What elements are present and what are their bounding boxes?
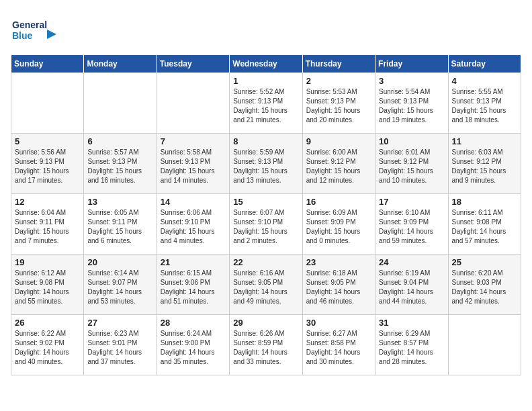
day-number: 7	[161, 136, 226, 146]
calendar-header-row: SundayMondayTuesdayWednesdayThursdayFrid…	[11, 55, 521, 73]
calendar-cell: 7Sunrise: 5:58 AM Sunset: 9:13 PM Daylig…	[157, 134, 229, 194]
calendar-cell: 14Sunrise: 6:06 AM Sunset: 9:10 PM Dayli…	[157, 194, 229, 255]
calendar-cell: 22Sunrise: 6:16 AM Sunset: 9:05 PM Dayli…	[230, 255, 302, 315]
week-row-3: 19Sunrise: 6:12 AM Sunset: 9:08 PM Dayli…	[11, 255, 521, 315]
header-monday: Monday	[84, 55, 157, 73]
day-info: Sunrise: 6:16 AM Sunset: 9:05 PM Dayligh…	[233, 269, 298, 306]
day-info: Sunrise: 6:15 AM Sunset: 9:06 PM Dayligh…	[161, 269, 226, 306]
day-number: 13	[87, 197, 152, 207]
day-info: Sunrise: 6:22 AM Sunset: 9:02 PM Dayligh…	[15, 329, 80, 367]
calendar-cell: 19Sunrise: 6:12 AM Sunset: 9:08 PM Dayli…	[11, 255, 84, 315]
day-info: Sunrise: 6:00 AM Sunset: 9:12 PM Dayligh…	[306, 148, 371, 185]
calendar-cell: 16Sunrise: 6:09 AM Sunset: 9:09 PM Dayli…	[302, 194, 375, 255]
day-info: Sunrise: 6:10 AM Sunset: 9:09 PM Dayligh…	[379, 208, 444, 246]
day-info: Sunrise: 5:56 AM Sunset: 9:13 PM Dayligh…	[15, 148, 80, 185]
day-number: 21	[161, 257, 226, 267]
day-info: Sunrise: 6:05 AM Sunset: 9:11 PM Dayligh…	[87, 208, 152, 246]
day-info: Sunrise: 5:57 AM Sunset: 9:13 PM Dayligh…	[87, 148, 152, 185]
calendar-cell: 10Sunrise: 6:01 AM Sunset: 9:12 PM Dayli…	[375, 134, 448, 194]
day-number: 12	[15, 197, 80, 207]
day-number: 22	[233, 257, 298, 267]
day-info: Sunrise: 6:26 AM Sunset: 8:59 PM Dayligh…	[233, 329, 298, 367]
day-number: 9	[306, 136, 371, 146]
calendar-cell: 8Sunrise: 5:59 AM Sunset: 9:13 PM Daylig…	[230, 134, 302, 194]
calendar-cell: 28Sunrise: 6:24 AM Sunset: 9:00 PM Dayli…	[157, 315, 229, 375]
calendar-cell: 24Sunrise: 6:19 AM Sunset: 9:04 PM Dayli…	[375, 255, 448, 315]
calendar-cell: 18Sunrise: 6:11 AM Sunset: 9:08 PM Dayli…	[448, 194, 521, 255]
calendar-cell: 27Sunrise: 6:23 AM Sunset: 9:01 PM Dayli…	[84, 315, 157, 375]
day-number: 20	[87, 257, 152, 267]
calendar-cell: 2Sunrise: 5:53 AM Sunset: 9:13 PM Daylig…	[302, 73, 375, 134]
day-number: 6	[87, 136, 152, 146]
header-tuesday: Tuesday	[157, 55, 229, 73]
svg-text:General: General	[12, 19, 47, 30]
calendar-cell: 29Sunrise: 6:26 AM Sunset: 8:59 PM Dayli…	[230, 315, 302, 375]
day-info: Sunrise: 6:14 AM Sunset: 9:07 PM Dayligh…	[87, 269, 152, 306]
day-info: Sunrise: 5:59 AM Sunset: 9:13 PM Dayligh…	[233, 148, 298, 185]
day-number: 25	[452, 257, 517, 267]
day-number: 11	[452, 136, 517, 146]
calendar-cell: 1Sunrise: 5:52 AM Sunset: 9:13 PM Daylig…	[230, 73, 302, 134]
day-info: Sunrise: 6:29 AM Sunset: 8:57 PM Dayligh…	[379, 329, 444, 367]
day-info: Sunrise: 6:01 AM Sunset: 9:12 PM Dayligh…	[379, 148, 444, 185]
calendar-cell: 20Sunrise: 6:14 AM Sunset: 9:07 PM Dayli…	[84, 255, 157, 315]
day-number: 15	[233, 197, 298, 207]
day-number: 2	[306, 76, 371, 86]
calendar-cell	[448, 315, 521, 375]
day-number: 19	[15, 257, 80, 267]
week-row-4: 26Sunrise: 6:22 AM Sunset: 9:02 PM Dayli…	[11, 315, 521, 375]
day-number: 18	[452, 197, 517, 207]
day-info: Sunrise: 6:18 AM Sunset: 9:05 PM Dayligh…	[306, 269, 371, 306]
calendar-cell	[157, 73, 229, 134]
calendar-cell: 26Sunrise: 6:22 AM Sunset: 9:02 PM Dayli…	[11, 315, 84, 375]
day-number: 5	[15, 136, 80, 146]
day-number: 27	[87, 318, 152, 328]
day-number: 26	[15, 318, 80, 328]
day-info: Sunrise: 6:27 AM Sunset: 8:58 PM Dayligh…	[306, 329, 371, 367]
calendar-cell: 12Sunrise: 6:04 AM Sunset: 9:11 PM Dayli…	[11, 194, 84, 255]
logo-icon: General Blue	[11, 11, 58, 48]
day-number: 16	[306, 197, 371, 207]
day-number: 4	[452, 76, 517, 86]
day-number: 17	[379, 197, 444, 207]
day-info: Sunrise: 6:20 AM Sunset: 9:03 PM Dayligh…	[452, 269, 517, 306]
header-thursday: Thursday	[302, 55, 375, 73]
day-info: Sunrise: 6:24 AM Sunset: 9:00 PM Dayligh…	[161, 329, 226, 367]
day-number: 3	[379, 76, 444, 86]
day-info: Sunrise: 6:11 AM Sunset: 9:08 PM Dayligh…	[452, 208, 517, 246]
week-row-0: 1Sunrise: 5:52 AM Sunset: 9:13 PM Daylig…	[11, 73, 521, 134]
day-number: 14	[161, 197, 226, 207]
calendar-cell: 11Sunrise: 6:03 AM Sunset: 9:12 PM Dayli…	[448, 134, 521, 194]
logo: General Blue	[11, 11, 58, 48]
day-info: Sunrise: 5:55 AM Sunset: 9:13 PM Dayligh…	[452, 87, 517, 125]
day-number: 1	[233, 76, 298, 86]
day-info: Sunrise: 6:06 AM Sunset: 9:10 PM Dayligh…	[161, 208, 226, 246]
header-wednesday: Wednesday	[230, 55, 302, 73]
header-sunday: Sunday	[11, 55, 84, 73]
day-number: 24	[379, 257, 444, 267]
day-info: Sunrise: 6:19 AM Sunset: 9:04 PM Dayligh…	[379, 269, 444, 306]
svg-marker-2	[47, 30, 56, 39]
day-info: Sunrise: 5:54 AM Sunset: 9:13 PM Dayligh…	[379, 87, 444, 125]
calendar-cell: 31Sunrise: 6:29 AM Sunset: 8:57 PM Dayli…	[375, 315, 448, 375]
day-info: Sunrise: 6:09 AM Sunset: 9:09 PM Dayligh…	[306, 208, 371, 246]
day-number: 10	[379, 136, 444, 146]
day-number: 30	[306, 318, 371, 328]
calendar-cell: 9Sunrise: 6:00 AM Sunset: 9:12 PM Daylig…	[302, 134, 375, 194]
week-row-2: 12Sunrise: 6:04 AM Sunset: 9:11 PM Dayli…	[11, 194, 521, 255]
day-info: Sunrise: 5:52 AM Sunset: 9:13 PM Dayligh…	[233, 87, 298, 125]
day-number: 8	[233, 136, 298, 146]
calendar-cell	[11, 73, 84, 134]
day-info: Sunrise: 6:07 AM Sunset: 9:10 PM Dayligh…	[233, 208, 298, 246]
calendar-cell: 30Sunrise: 6:27 AM Sunset: 8:58 PM Dayli…	[302, 315, 375, 375]
calendar-cell: 13Sunrise: 6:05 AM Sunset: 9:11 PM Dayli…	[84, 194, 157, 255]
day-number: 29	[233, 318, 298, 328]
calendar-cell: 21Sunrise: 6:15 AM Sunset: 9:06 PM Dayli…	[157, 255, 229, 315]
calendar-cell: 15Sunrise: 6:07 AM Sunset: 9:10 PM Dayli…	[230, 194, 302, 255]
day-info: Sunrise: 6:23 AM Sunset: 9:01 PM Dayligh…	[87, 329, 152, 367]
page-header: General Blue	[11, 11, 521, 48]
day-info: Sunrise: 6:12 AM Sunset: 9:08 PM Dayligh…	[15, 269, 80, 306]
calendar-cell: 23Sunrise: 6:18 AM Sunset: 9:05 PM Dayli…	[302, 255, 375, 315]
calendar-table: SundayMondayTuesdayWednesdayThursdayFrid…	[11, 54, 521, 375]
calendar-cell: 5Sunrise: 5:56 AM Sunset: 9:13 PM Daylig…	[11, 134, 84, 194]
